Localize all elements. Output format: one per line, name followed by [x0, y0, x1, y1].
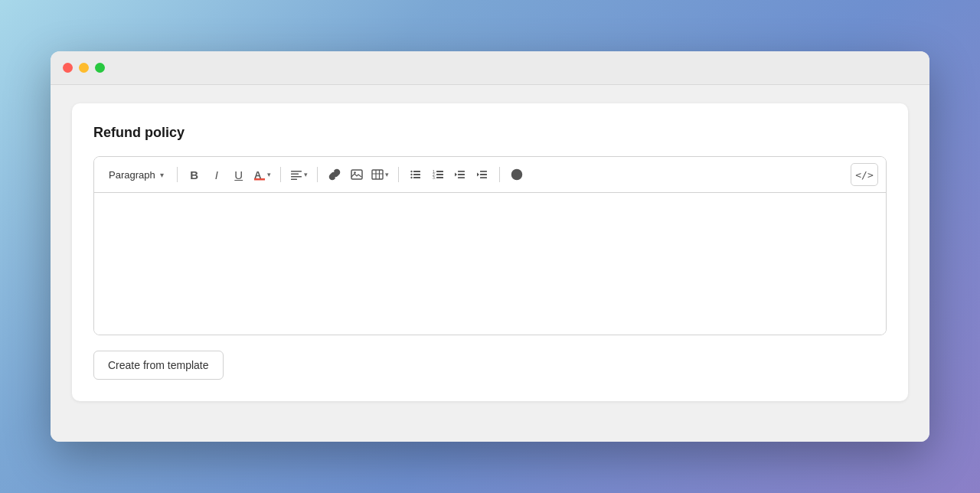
app-window: Refund policy Paragraph ▾ B	[51, 51, 929, 442]
outdent-icon	[454, 168, 466, 181]
svg-point-12	[410, 171, 412, 172]
link-button[interactable]	[324, 164, 345, 185]
editor-body[interactable]	[94, 193, 886, 335]
editor-wrapper: Paragraph ▾ B I U	[93, 156, 887, 335]
chevron-down-icon: ▾	[160, 171, 164, 179]
svg-rect-27	[480, 171, 487, 172]
svg-rect-16	[413, 174, 420, 175]
svg-rect-29	[480, 177, 487, 178]
list-group: 1. 2. 3.	[405, 164, 493, 185]
svg-rect-2	[291, 171, 302, 172]
outdent-button[interactable]	[449, 164, 471, 185]
svg-rect-1	[254, 178, 265, 181]
insert-group: ▾	[324, 164, 392, 185]
separator-2	[280, 167, 281, 182]
indent-button[interactable]	[472, 164, 493, 185]
italic-icon: I	[215, 168, 218, 181]
svg-rect-25	[458, 174, 465, 175]
font-color-button[interactable]: A ▾	[250, 164, 274, 185]
underline-button[interactable]: U	[228, 164, 250, 185]
bold-button[interactable]: B	[184, 164, 205, 185]
table-button[interactable]: ▾	[368, 164, 392, 185]
svg-rect-4	[291, 176, 302, 178]
bullet-list-icon	[410, 168, 422, 181]
svg-rect-6	[351, 170, 362, 179]
create-from-template-button[interactable]: Create from template	[93, 351, 224, 380]
editor-toolbar: Paragraph ▾ B I U	[94, 157, 886, 193]
paragraph-label: Paragraph	[109, 169, 155, 181]
svg-rect-23	[436, 177, 443, 178]
underline-icon: U	[234, 168, 243, 181]
font-color-icon: A	[253, 168, 266, 181]
clear-format-button[interactable]	[506, 164, 528, 185]
svg-rect-15	[413, 171, 420, 172]
separator-5	[499, 167, 500, 182]
traffic-lights	[63, 63, 105, 73]
create-from-template-label: Create from template	[108, 359, 209, 371]
separator-4	[398, 167, 399, 182]
svg-text:3.: 3.	[433, 175, 436, 180]
page-title: Refund policy	[93, 125, 887, 141]
align-chevron: ▾	[304, 171, 308, 178]
separator-3	[317, 167, 318, 182]
window-content: Refund policy Paragraph ▾ B	[51, 85, 929, 442]
image-button[interactable]	[346, 164, 368, 185]
separator-1	[177, 167, 178, 182]
font-color-chevron: ▾	[267, 171, 271, 178]
align-left-icon	[290, 168, 302, 181]
svg-rect-22	[436, 174, 443, 175]
svg-point-14	[410, 177, 412, 178]
table-icon	[371, 168, 384, 181]
link-icon	[328, 168, 341, 181]
svg-rect-24	[458, 171, 465, 172]
svg-rect-3	[291, 174, 299, 175]
alignment-group: ▾	[287, 164, 311, 185]
indent-icon	[476, 168, 488, 181]
svg-rect-17	[413, 177, 420, 178]
bullet-list-button[interactable]	[405, 164, 426, 185]
svg-point-13	[410, 174, 412, 175]
text-format-group: B I U A	[184, 164, 274, 185]
svg-rect-5	[291, 179, 297, 181]
svg-rect-21	[436, 171, 443, 172]
clear-format-icon	[511, 168, 523, 181]
svg-rect-8	[372, 170, 383, 179]
misc-group	[506, 164, 528, 185]
content-card: Refund policy Paragraph ▾ B	[72, 103, 908, 401]
close-button[interactable]	[63, 63, 73, 73]
bold-icon: B	[190, 168, 198, 181]
numbered-list-icon: 1. 2. 3.	[432, 168, 444, 181]
align-button[interactable]: ▾	[287, 164, 311, 185]
svg-rect-28	[480, 174, 487, 175]
image-icon	[351, 168, 363, 181]
source-code-label: </>	[855, 169, 873, 181]
minimize-button[interactable]	[79, 63, 89, 73]
svg-point-7	[354, 171, 356, 174]
paragraph-dropdown[interactable]: Paragraph ▾	[102, 165, 171, 184]
numbered-list-button[interactable]: 1. 2. 3.	[427, 164, 449, 185]
table-chevron: ▾	[385, 171, 389, 178]
title-bar	[51, 51, 929, 85]
source-code-button[interactable]: </>	[851, 163, 878, 186]
svg-rect-26	[458, 177, 465, 178]
italic-button[interactable]: I	[206, 164, 227, 185]
maximize-button[interactable]	[95, 63, 105, 73]
